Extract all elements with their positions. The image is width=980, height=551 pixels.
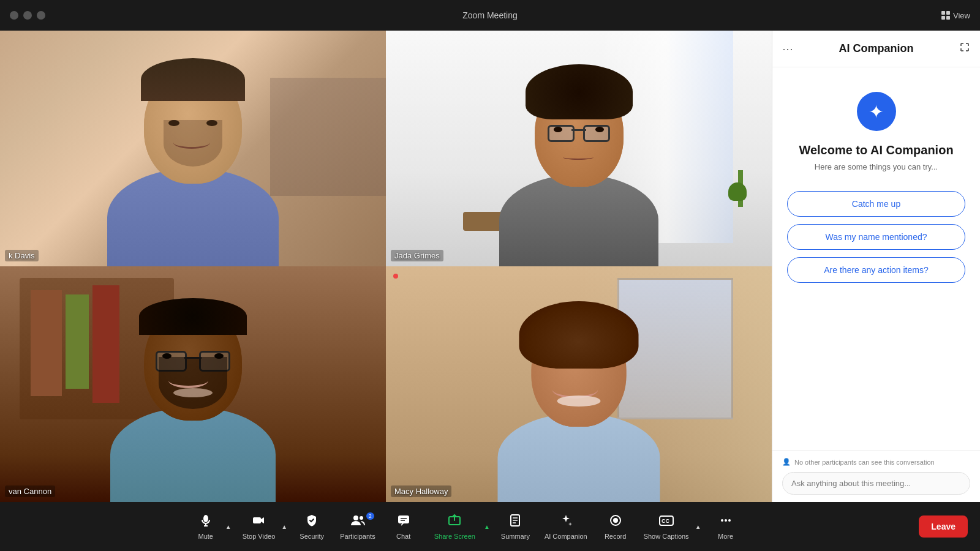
summary-label: Summary xyxy=(501,533,530,540)
ai-companion-toolbar-icon xyxy=(559,514,573,530)
participant-label-4: Macy Halloway xyxy=(391,485,451,497)
ai-icon-circle: ✦ xyxy=(857,92,896,131)
ai-chat-input[interactable] xyxy=(782,472,970,495)
participants-button[interactable]: 2 Participants xyxy=(335,511,380,542)
bottom-toolbar: Mute ▲ Stop Video ▲ xyxy=(0,502,980,551)
person-figure-4 xyxy=(498,313,660,502)
video-grid: k Davis xyxy=(0,31,772,502)
ai-sparkle-icon: ✦ xyxy=(869,101,884,122)
ai-suggestion-action-items[interactable]: Are there any action items? xyxy=(787,257,965,283)
view-label: View xyxy=(953,11,970,20)
share-screen-button[interactable]: Share Screen xyxy=(427,511,483,542)
share-screen-icon xyxy=(448,514,461,530)
ai-welcome-subtitle: Here are some things you can try... xyxy=(815,162,938,171)
security-button[interactable]: Security xyxy=(293,511,330,542)
svg-point-19 xyxy=(613,518,618,523)
svg-point-9 xyxy=(360,516,363,520)
ai-suggestion-catch-me-up[interactable]: Catch me up xyxy=(787,191,965,217)
ai-welcome-title: Welcome to AI Companion xyxy=(799,143,953,157)
svg-point-23 xyxy=(725,519,727,522)
ai-companion-button[interactable]: AI Companion xyxy=(540,511,592,542)
participant-label-3: van Cannon xyxy=(5,485,55,497)
main-content: k Davis xyxy=(0,31,980,502)
person-figure-1 xyxy=(107,67,279,266)
show-captions-button[interactable]: CC Show Captions xyxy=(639,511,694,542)
chat-icon xyxy=(397,514,410,530)
person-figure-2 xyxy=(499,80,658,266)
summary-button[interactable]: Summary xyxy=(496,511,535,542)
video-chevron[interactable]: ▲ xyxy=(280,521,288,533)
chat-button[interactable]: Chat xyxy=(385,511,422,542)
security-label: Security xyxy=(300,533,324,540)
leave-button[interactable]: Leave xyxy=(919,515,968,538)
participants-label: Participants xyxy=(340,533,375,540)
svg-rect-10 xyxy=(398,515,409,523)
captions-chevron[interactable]: ▲ xyxy=(694,521,703,533)
view-button[interactable]: View xyxy=(941,10,970,20)
toolbar-right: Leave xyxy=(919,515,968,538)
ai-panel-menu-icon[interactable]: ⋯ xyxy=(782,42,793,56)
traffic-light-minimize[interactable] xyxy=(23,11,32,20)
svg-point-22 xyxy=(721,519,723,522)
share-screen-label: Share Screen xyxy=(434,533,475,540)
svg-point-8 xyxy=(353,515,358,520)
stop-video-button[interactable]: Stop Video xyxy=(238,511,281,542)
traffic-light-fullscreen[interactable] xyxy=(37,11,45,20)
ai-privacy-text: No other participants can see this conve… xyxy=(794,459,935,466)
top-bar: Zoom Meeting View xyxy=(0,0,980,31)
ai-panel-body: ✦ Welcome to AI Companion Here are some … xyxy=(772,67,980,450)
more-icon xyxy=(719,514,733,530)
share-screen-group: Share Screen ▲ xyxy=(427,511,491,542)
ai-companion-toolbar-label: AI Companion xyxy=(545,533,587,540)
camera-icon xyxy=(252,514,265,530)
record-button[interactable]: Record xyxy=(597,511,634,542)
summary-icon xyxy=(508,514,522,530)
ai-companion-panel: ⋯ AI Companion ✦ Welcome to AI Companion… xyxy=(772,31,980,502)
person-figure-3 xyxy=(110,304,276,502)
top-bar-right: View xyxy=(941,10,970,20)
ai-suggestion-name-mentioned[interactable]: Was my name mentioned? xyxy=(787,224,965,250)
chat-label: Chat xyxy=(396,533,410,540)
ai-privacy-note: 👤 No other participants can see this con… xyxy=(782,458,970,466)
meeting-title: Zoom Meeting xyxy=(462,10,517,20)
record-icon xyxy=(609,514,622,530)
video-cell-2: Jada Grimes xyxy=(386,31,772,266)
traffic-lights xyxy=(10,11,45,20)
security-icon xyxy=(305,514,318,530)
ai-privacy-icon: 👤 xyxy=(782,458,791,466)
captions-label: Show Captions xyxy=(644,533,689,540)
video-cell-1: k Davis xyxy=(0,31,386,266)
ai-panel-title-group: AI Companion xyxy=(839,42,914,55)
view-icon xyxy=(941,10,951,20)
participant-label-1: k Davis xyxy=(5,250,39,261)
ai-panel-title: AI Companion xyxy=(839,42,914,55)
video-cell-3: van Cannon xyxy=(0,266,386,502)
captions-group: CC Show Captions ▲ xyxy=(639,511,703,542)
ai-panel-header: ⋯ AI Companion xyxy=(772,31,980,67)
mute-label: Mute xyxy=(198,533,213,540)
mute-icon xyxy=(199,514,213,530)
stop-video-label: Stop Video xyxy=(243,533,276,540)
record-label: Record xyxy=(605,533,626,540)
ai-panel-expand-icon[interactable] xyxy=(959,42,970,56)
more-label: More xyxy=(718,533,733,540)
svg-point-4 xyxy=(203,515,208,522)
toolbar-center: Mute ▲ Stop Video ▲ xyxy=(12,511,919,542)
captions-icon: CC xyxy=(658,514,674,530)
svg-rect-3 xyxy=(946,16,950,20)
mute-group: Mute ▲ xyxy=(187,511,233,542)
mute-button[interactable]: Mute xyxy=(187,511,224,542)
svg-rect-0 xyxy=(941,11,945,15)
svg-text:CC: CC xyxy=(662,518,669,524)
participant-label-2: Jada Grimes xyxy=(391,250,443,261)
participants-icon xyxy=(350,514,365,530)
stop-video-group: Stop Video ▲ xyxy=(238,511,289,542)
svg-point-24 xyxy=(728,519,731,522)
mute-chevron[interactable]: ▲ xyxy=(224,521,233,533)
share-chevron[interactable]: ▲ xyxy=(483,521,491,533)
ai-panel-footer: 👤 No other participants can see this con… xyxy=(772,450,980,502)
traffic-light-close[interactable] xyxy=(10,11,18,20)
svg-rect-1 xyxy=(946,11,950,15)
more-button[interactable]: More xyxy=(707,511,744,542)
participants-badge: 2 xyxy=(366,512,374,520)
